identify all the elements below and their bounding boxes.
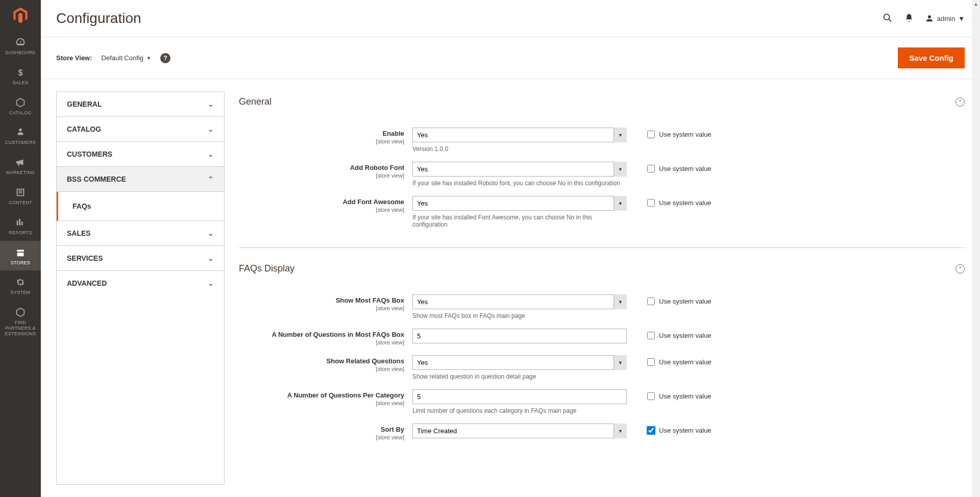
use-system-checkbox[interactable]: [647, 165, 655, 172]
svg-point-1: [884, 14, 889, 19]
content: GENERAL ⌄ CATALOG ⌄ CUSTOMERS ⌄ BSS COMM…: [41, 79, 980, 497]
nav-label: CATALOG: [3, 110, 38, 116]
use-system-checkbox[interactable]: [647, 297, 655, 305]
nav-stores[interactable]: STORES: [0, 241, 41, 271]
nav-label: DASHBOARD: [3, 50, 38, 56]
nav-sales[interactable]: $ SALES: [0, 61, 41, 91]
field-label: Add Roboto Font [store view]: [239, 162, 412, 179]
show-related-select[interactable]: Yes: [412, 355, 627, 370]
store-view-value: Default Config: [102, 54, 143, 62]
use-system-checkbox[interactable]: [647, 199, 655, 207]
toolbar: Store View: Default Config ▼ ? Save Conf…: [41, 37, 980, 79]
magento-logo-icon: [12, 7, 29, 24]
roboto-select[interactable]: Yes: [412, 162, 627, 177]
nav-customers[interactable]: CUSTOMERS: [0, 120, 41, 151]
save-config-button[interactable]: Save Config: [898, 47, 965, 68]
nav-label: CUSTOMERS: [3, 140, 38, 145]
use-system-checkbox[interactable]: [647, 332, 655, 339]
enable-select[interactable]: Yes: [412, 128, 627, 142]
field-roboto: Add Roboto Font [store view] Yes ▼ If yo…: [239, 162, 965, 187]
field-control: Limit number of questions each category …: [412, 389, 627, 414]
nav-reports[interactable]: REPORTS: [0, 211, 41, 241]
notifications-icon[interactable]: [904, 13, 914, 24]
admin-username: admin: [937, 15, 955, 22]
tab-label: SALES: [67, 229, 91, 237]
field-control: Time Created ▼: [412, 424, 627, 438]
use-system-value: Use system value: [647, 196, 712, 207]
magento-logo[interactable]: [0, 0, 41, 31]
tab-label: GENERAL: [67, 100, 102, 108]
num-cat-input[interactable]: [412, 389, 627, 404]
search-icon[interactable]: [882, 12, 893, 25]
gear-icon: [15, 277, 26, 288]
content-icon: [15, 187, 26, 198]
config-tab-catalog[interactable]: CATALOG ⌄: [57, 117, 224, 142]
nav-marketing[interactable]: MARKETING: [0, 151, 41, 181]
config-tab-sales[interactable]: SALES ⌄: [57, 221, 224, 246]
config-tab-customers[interactable]: CUSTOMERS ⌄: [57, 142, 224, 167]
use-system-value: Use system value: [647, 329, 712, 339]
field-label: Show Most FAQs Box [store view]: [239, 294, 412, 312]
admin-user-menu[interactable]: admin ▼: [925, 14, 965, 23]
svg-text:$: $: [18, 67, 22, 77]
chevron-up-icon: ⌃: [208, 175, 214, 183]
tab-label: BSS COMMERCE: [67, 175, 126, 183]
field-label: Enable [store view]: [239, 128, 412, 145]
show-most-select[interactable]: Yes: [412, 294, 627, 309]
use-system-checkbox[interactable]: [647, 131, 655, 138]
help-icon[interactable]: ?: [160, 53, 170, 63]
use-system-value: Use system value: [647, 294, 712, 305]
header-actions: admin ▼: [882, 12, 965, 25]
section-header-general[interactable]: General ⌃: [239, 91, 965, 112]
nav-dashboard[interactable]: DASHBOARD: [0, 31, 41, 61]
chevron-down-icon: ⌄: [208, 150, 214, 158]
fontawesome-select[interactable]: Yes: [412, 196, 627, 211]
config-tab-services[interactable]: SERVICES ⌄: [57, 246, 224, 271]
tab-label: ADVANCED: [67, 279, 107, 287]
chevron-down-icon: ⌄: [208, 254, 214, 262]
store-view-switcher[interactable]: Default Config ▼: [102, 54, 151, 62]
config-tab-advanced[interactable]: ADVANCED ⌄: [57, 271, 224, 295]
use-system-checkbox[interactable]: [647, 358, 655, 366]
use-system-checkbox[interactable]: [647, 392, 655, 400]
use-system-value: Use system value: [647, 389, 712, 400]
section-title: General: [239, 96, 272, 107]
use-system-checkbox[interactable]: [647, 427, 655, 434]
field-control: Yes ▼ Version 1.0.0: [412, 128, 627, 153]
field-label: A Number of Questions in Most FAQs Box […: [239, 329, 412, 346]
use-system-label: Use system value: [659, 131, 712, 138]
dollar-icon: $: [15, 67, 26, 78]
page-title: Configuration: [56, 10, 141, 27]
nav-system[interactable]: SYSTEM: [0, 270, 41, 301]
nav-label: CONTENT: [3, 200, 38, 206]
field-label: Show Related Questions [store view]: [239, 355, 412, 372]
chevron-down-icon: ⌄: [208, 100, 214, 108]
use-system-label: Use system value: [659, 427, 712, 434]
use-system-value: Use system value: [647, 128, 712, 138]
nav-label: SALES: [3, 80, 38, 86]
nav-catalog[interactable]: CATALOG: [0, 91, 41, 121]
field-label: Sort By [store view]: [239, 424, 412, 441]
field-note: Limit number of questions each category …: [412, 407, 627, 414]
scrollbar[interactable]: ▲: [972, 0, 980, 497]
field-note: If your site has installed Font Awesome,…: [412, 214, 627, 228]
chevron-down-icon: ⌄: [208, 279, 214, 287]
field-show-most-faqs: Show Most FAQs Box [store view] Yes ▼ Sh…: [239, 294, 965, 319]
sort-by-select[interactable]: Time Created: [412, 424, 627, 438]
page-header: Configuration admin ▼: [41, 0, 980, 37]
use-system-value: Use system value: [647, 355, 712, 366]
config-tab-bss-commerce[interactable]: BSS COMMERCE ⌃: [57, 167, 224, 192]
nav-content[interactable]: CONTENT: [0, 181, 41, 211]
section-header-faqs-display[interactable]: FAQs Display ⌃: [239, 258, 965, 279]
field-note: If your site has installed Roboto font, …: [412, 180, 627, 187]
nav-partners[interactable]: FIND PARTNERS & EXTENSIONS: [0, 301, 41, 341]
chevron-down-icon: ⌄: [208, 229, 214, 237]
field-fontawesome: Add Font Awesome [store view] Yes ▼ If y…: [239, 196, 965, 228]
partners-icon: [15, 307, 26, 318]
config-tab-general[interactable]: GENERAL ⌄: [57, 92, 224, 117]
store-view-label: Store View:: [56, 54, 92, 62]
field-control: [412, 329, 627, 343]
use-system-label: Use system value: [659, 332, 712, 339]
num-most-input[interactable]: [412, 329, 627, 343]
config-subtab-faqs[interactable]: FAQs: [57, 192, 224, 221]
